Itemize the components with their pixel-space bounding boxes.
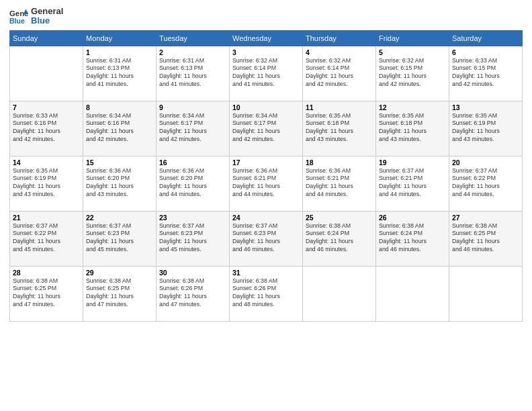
- day-number: 20: [452, 158, 519, 167]
- day-number: 16: [159, 158, 226, 167]
- calendar-cell: 16Sunrise: 6:36 AM Sunset: 6:20 PM Dayli…: [157, 156, 230, 211]
- calendar-cell: 28Sunrise: 6:38 AM Sunset: 6:25 PM Dayli…: [10, 266, 83, 321]
- day-detail: Sunrise: 6:32 AM Sunset: 6:15 PM Dayligh…: [379, 57, 446, 89]
- calendar-week-4: 21Sunrise: 6:37 AM Sunset: 6:22 PM Dayli…: [10, 211, 523, 266]
- calendar-cell: 22Sunrise: 6:37 AM Sunset: 6:23 PM Dayli…: [83, 211, 157, 266]
- day-number: 11: [306, 103, 373, 111]
- day-number: 15: [86, 158, 153, 167]
- day-number: 26: [379, 214, 446, 222]
- day-detail: Sunrise: 6:35 AM Sunset: 6:19 PM Dayligh…: [452, 112, 519, 144]
- calendar-cell: 30Sunrise: 6:38 AM Sunset: 6:26 PM Dayli…: [157, 266, 230, 321]
- day-detail: Sunrise: 6:38 AM Sunset: 6:25 PM Dayligh…: [452, 222, 519, 255]
- day-detail: Sunrise: 6:37 AM Sunset: 6:23 PM Dayligh…: [86, 222, 153, 255]
- calendar-cell: 31Sunrise: 6:38 AM Sunset: 6:26 PM Dayli…: [230, 266, 303, 321]
- calendar-cell: 21Sunrise: 6:37 AM Sunset: 6:22 PM Dayli…: [10, 211, 83, 266]
- day-number: 30: [159, 269, 226, 277]
- calendar-cell: 29Sunrise: 6:38 AM Sunset: 6:25 PM Dayli…: [83, 266, 157, 321]
- calendar-cell: [303, 266, 376, 321]
- day-number: 14: [13, 158, 80, 167]
- day-detail: Sunrise: 6:38 AM Sunset: 6:24 PM Dayligh…: [306, 222, 373, 255]
- day-number: 7: [13, 103, 80, 111]
- day-detail: Sunrise: 6:31 AM Sunset: 6:13 PM Dayligh…: [86, 57, 153, 89]
- day-detail: Sunrise: 6:33 AM Sunset: 6:16 PM Dayligh…: [13, 112, 80, 144]
- header-row: SundayMondayTuesdayWednesdayThursdayFrid…: [10, 30, 523, 46]
- calendar-table: SundayMondayTuesdayWednesdayThursdayFrid…: [9, 30, 523, 322]
- calendar-cell: 4Sunrise: 6:32 AM Sunset: 6:14 PM Daylig…: [303, 46, 376, 101]
- day-number: 24: [232, 214, 300, 222]
- day-detail: Sunrise: 6:38 AM Sunset: 6:26 PM Dayligh…: [232, 277, 300, 310]
- day-number: 4: [306, 48, 373, 56]
- day-number: 27: [452, 214, 519, 222]
- day-detail: Sunrise: 6:36 AM Sunset: 6:20 PM Dayligh…: [159, 167, 226, 199]
- day-number: 31: [232, 269, 300, 277]
- calendar-cell: 17Sunrise: 6:36 AM Sunset: 6:21 PM Dayli…: [230, 156, 303, 211]
- day-detail: Sunrise: 6:37 AM Sunset: 6:22 PM Dayligh…: [452, 167, 519, 199]
- day-detail: Sunrise: 6:31 AM Sunset: 6:13 PM Dayligh…: [159, 57, 226, 89]
- calendar-cell: 14Sunrise: 6:35 AM Sunset: 6:19 PM Dayli…: [10, 156, 83, 211]
- day-number: 5: [379, 48, 446, 56]
- logo-general: General: [31, 7, 63, 16]
- calendar-cell: 19Sunrise: 6:37 AM Sunset: 6:21 PM Dayli…: [376, 156, 449, 211]
- day-detail: Sunrise: 6:33 AM Sunset: 6:15 PM Dayligh…: [452, 57, 519, 89]
- day-detail: Sunrise: 6:35 AM Sunset: 6:19 PM Dayligh…: [13, 167, 80, 199]
- day-detail: Sunrise: 6:35 AM Sunset: 6:18 PM Dayligh…: [306, 112, 373, 144]
- header-cell-thursday: Thursday: [303, 30, 376, 46]
- calendar-week-3: 14Sunrise: 6:35 AM Sunset: 6:19 PM Dayli…: [10, 156, 523, 211]
- calendar-cell: 12Sunrise: 6:35 AM Sunset: 6:18 PM Dayli…: [376, 101, 449, 156]
- header-cell-saturday: Saturday: [449, 30, 523, 46]
- day-number: 29: [86, 269, 153, 277]
- day-detail: Sunrise: 6:34 AM Sunset: 6:17 PM Dayligh…: [232, 112, 300, 144]
- day-number: 9: [159, 103, 226, 111]
- calendar-cell: 3Sunrise: 6:32 AM Sunset: 6:14 PM Daylig…: [230, 46, 303, 101]
- day-number: 13: [452, 103, 519, 111]
- calendar-cell: 26Sunrise: 6:38 AM Sunset: 6:24 PM Dayli…: [376, 211, 449, 266]
- calendar-cell: 23Sunrise: 6:37 AM Sunset: 6:23 PM Dayli…: [157, 211, 230, 266]
- day-detail: Sunrise: 6:38 AM Sunset: 6:25 PM Dayligh…: [86, 277, 153, 310]
- logo-icon: General Blue: [9, 7, 28, 26]
- calendar-cell: 1Sunrise: 6:31 AM Sunset: 6:13 PM Daylig…: [83, 46, 157, 101]
- logo: General Blue General Blue: [9, 7, 63, 26]
- calendar-cell: 6Sunrise: 6:33 AM Sunset: 6:15 PM Daylig…: [449, 46, 523, 101]
- calendar-cell: 5Sunrise: 6:32 AM Sunset: 6:15 PM Daylig…: [376, 46, 449, 101]
- header-cell-monday: Monday: [83, 30, 157, 46]
- day-number: 1: [86, 48, 153, 56]
- calendar-cell: 27Sunrise: 6:38 AM Sunset: 6:25 PM Dayli…: [449, 211, 523, 266]
- day-number: 8: [86, 103, 153, 111]
- day-detail: Sunrise: 6:37 AM Sunset: 6:23 PM Dayligh…: [232, 222, 300, 255]
- calendar-cell: [376, 266, 449, 321]
- day-detail: Sunrise: 6:36 AM Sunset: 6:20 PM Dayligh…: [86, 167, 153, 199]
- day-number: 23: [159, 214, 226, 222]
- day-detail: Sunrise: 6:34 AM Sunset: 6:16 PM Dayligh…: [86, 112, 153, 144]
- calendar-cell: 13Sunrise: 6:35 AM Sunset: 6:19 PM Dayli…: [449, 101, 523, 156]
- calendar-cell: [449, 266, 523, 321]
- day-detail: Sunrise: 6:32 AM Sunset: 6:14 PM Dayligh…: [306, 57, 373, 89]
- calendar-header: SundayMondayTuesdayWednesdayThursdayFrid…: [10, 30, 523, 46]
- day-detail: Sunrise: 6:36 AM Sunset: 6:21 PM Dayligh…: [232, 167, 300, 199]
- calendar-cell: 15Sunrise: 6:36 AM Sunset: 6:20 PM Dayli…: [83, 156, 157, 211]
- calendar-body: 1Sunrise: 6:31 AM Sunset: 6:13 PM Daylig…: [10, 46, 523, 321]
- calendar-cell: 18Sunrise: 6:36 AM Sunset: 6:21 PM Dayli…: [303, 156, 376, 211]
- day-number: 25: [306, 214, 373, 222]
- svg-text:Blue: Blue: [9, 17, 25, 25]
- day-number: 12: [379, 103, 446, 111]
- header-cell-tuesday: Tuesday: [157, 30, 230, 46]
- header-cell-sunday: Sunday: [10, 30, 83, 46]
- day-number: 3: [232, 48, 300, 56]
- logo-blue: Blue: [31, 16, 63, 26]
- day-number: 10: [232, 103, 300, 111]
- day-number: 28: [13, 269, 80, 277]
- calendar-cell: 20Sunrise: 6:37 AM Sunset: 6:22 PM Dayli…: [449, 156, 523, 211]
- day-detail: Sunrise: 6:34 AM Sunset: 6:17 PM Dayligh…: [159, 112, 226, 144]
- header: General Blue General Blue: [9, 7, 523, 26]
- calendar-week-1: 1Sunrise: 6:31 AM Sunset: 6:13 PM Daylig…: [10, 46, 523, 101]
- day-detail: Sunrise: 6:35 AM Sunset: 6:18 PM Dayligh…: [379, 112, 446, 144]
- day-detail: Sunrise: 6:37 AM Sunset: 6:23 PM Dayligh…: [159, 222, 226, 255]
- day-number: 2: [159, 48, 226, 56]
- day-number: 19: [379, 158, 446, 167]
- calendar-cell: 2Sunrise: 6:31 AM Sunset: 6:13 PM Daylig…: [157, 46, 230, 101]
- day-detail: Sunrise: 6:37 AM Sunset: 6:21 PM Dayligh…: [379, 167, 446, 199]
- day-number: 22: [86, 214, 153, 222]
- day-number: 17: [232, 158, 300, 167]
- calendar-week-2: 7Sunrise: 6:33 AM Sunset: 6:16 PM Daylig…: [10, 101, 523, 156]
- calendar-week-5: 28Sunrise: 6:38 AM Sunset: 6:25 PM Dayli…: [10, 266, 523, 321]
